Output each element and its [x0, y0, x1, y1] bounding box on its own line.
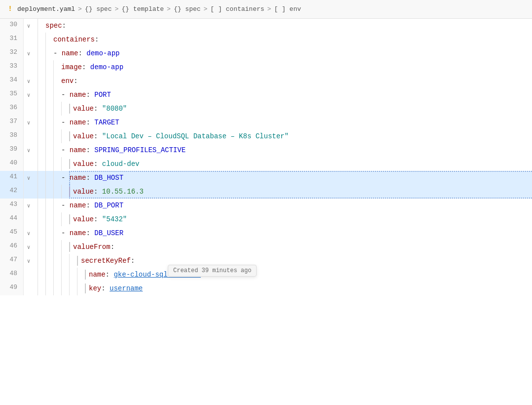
breadcrumb-containers[interactable]: [ ] containers	[210, 5, 264, 13]
code-line-41: 41 ∨ - name: DB_HOST	[0, 171, 532, 185]
fold-36	[24, 102, 34, 116]
fold-32[interactable]: ∨	[24, 46, 34, 60]
line-num-46: 46	[0, 240, 24, 254]
code-line-46: 46 ∨ valueFrom:	[0, 240, 532, 254]
warning-icon: !	[8, 5, 12, 13]
code-area: 30 ∨ spec: 31 containers: 32 ∨ - name: d…	[0, 19, 532, 295]
line-num-33: 33	[0, 60, 24, 74]
code-line-48: 48 name: gke-cloud-sql-secrets	[0, 268, 532, 282]
line-content-39: - name: SPRING_PROFILES_ACTIVE	[34, 143, 532, 157]
code-line-37: 37 ∨ - name: TARGET	[0, 116, 532, 129]
line-content-31: containers:	[34, 33, 532, 46]
line-content-47: secretKeyRef:	[34, 254, 532, 268]
val-dbuser: DB_USER	[94, 228, 123, 238]
fold-37[interactable]: ∨	[24, 116, 34, 129]
code-line-45: 45 ∨ - name: DB_USER	[0, 226, 532, 240]
line-num-40: 40	[0, 157, 24, 171]
code-line-47: 47 ∨ secretKeyRef: Created 39 minutes ag…	[0, 254, 532, 268]
val-dbhost: DB_HOST	[94, 173, 123, 183]
val-8080: "8080"	[102, 104, 127, 114]
line-content-41: - name: DB_HOST	[34, 171, 532, 185]
key-name-37: name	[70, 118, 86, 127]
code-line-44: 44 value: "5432"	[0, 212, 532, 226]
val-spring: SPRING_PROFILES_ACTIVE	[94, 145, 186, 155]
fold-39[interactable]: ∨	[24, 143, 34, 157]
fold-30[interactable]: ∨	[24, 19, 34, 33]
breadcrumb-sep-2: >	[114, 5, 118, 13]
line-content-32: - name: demo-app	[34, 46, 532, 60]
code-line-38: 38 value: "Local Dev – CloudSQL Database…	[0, 129, 532, 143]
fold-42	[24, 185, 34, 199]
line-content-48: name: gke-cloud-sql-secrets	[34, 268, 532, 282]
breadcrumb-filename[interactable]: deployment.yaml	[17, 5, 75, 13]
line-num-36: 36	[0, 102, 24, 116]
fold-43[interactable]: ∨	[24, 199, 34, 212]
line-num-42: 42	[0, 185, 24, 199]
key-name-43: name	[70, 201, 86, 210]
code-line-36: 36 value: "8080"	[0, 102, 532, 116]
key-name-35: name	[70, 90, 86, 100]
line-content-33: image: demo-app	[34, 60, 532, 74]
fold-35[interactable]: ∨	[24, 88, 34, 102]
breadcrumb-template[interactable]: {} template	[121, 5, 164, 13]
breadcrumb-sep-3: >	[167, 5, 171, 13]
val-username[interactable]: username	[110, 284, 143, 293]
fold-48	[24, 268, 34, 282]
val-ipaddr: 10.55.16.3	[102, 187, 144, 197]
fold-31	[24, 33, 34, 46]
key-value-38: value	[73, 131, 94, 141]
code-line-43: 43 ∨ - name: DB_PORT	[0, 199, 532, 212]
val-target: TARGET	[94, 118, 119, 127]
breadcrumb-spec2[interactable]: {} spec	[174, 5, 201, 13]
line-content-36: value: "8080"	[34, 102, 532, 116]
line-content-45: - name: DB_USER	[34, 226, 532, 240]
line-num-41: 41	[0, 171, 24, 185]
line-content-34: env:	[34, 74, 532, 88]
fold-41[interactable]: ∨	[24, 171, 34, 185]
line-num-35: 35	[0, 88, 24, 102]
key-name-41: name	[70, 173, 86, 183]
line-num-49: 49	[0, 282, 24, 295]
fold-40	[24, 157, 34, 171]
tooltip-created: Created 39 minutes ago	[168, 265, 257, 277]
fold-34[interactable]: ∨	[24, 74, 34, 88]
line-num-34: 34	[0, 74, 24, 88]
code-line-33: 33 image: demo-app	[0, 60, 532, 74]
fold-45[interactable]: ∨	[24, 226, 34, 240]
fold-33	[24, 60, 34, 74]
fold-47[interactable]: ∨	[24, 254, 34, 268]
key-spec: spec	[45, 21, 62, 31]
line-content-42: value: 10.55.16.3	[34, 185, 532, 199]
key-name-48: name	[89, 270, 106, 280]
line-content-44: value: "5432"	[34, 212, 532, 226]
fold-46[interactable]: ∨	[24, 240, 34, 254]
val-5432: "5432"	[102, 214, 127, 224]
line-num-30: 30	[0, 19, 24, 33]
code-line-32: 32 ∨ - name: demo-app	[0, 46, 532, 60]
line-num-44: 44	[0, 212, 24, 226]
breadcrumb-env[interactable]: [ ] env	[274, 5, 301, 13]
val-image: demo-app	[90, 62, 123, 72]
breadcrumb-spec[interactable]: {} spec	[85, 5, 112, 13]
key-containers: containers	[53, 35, 95, 44]
line-num-39: 39	[0, 143, 24, 157]
line-content-49: key: username	[34, 282, 532, 295]
line-content-37: - name: TARGET	[34, 116, 532, 129]
line-content-46: valueFrom:	[34, 240, 532, 254]
line-num-32: 32	[0, 46, 24, 60]
key-value-44: value	[73, 214, 94, 224]
val-localdev: "Local Dev – CloudSQL Database – K8s Clu…	[102, 131, 289, 141]
key-env: env	[61, 76, 74, 86]
key-key-49: key	[89, 284, 101, 293]
val-demo-app-name: demo-app	[86, 48, 119, 58]
code-line-42: 42 value: 10.55.16.3	[0, 185, 532, 199]
code-line-39: 39 ∨ - name: SPRING_PROFILES_ACTIVE	[0, 143, 532, 157]
line-content-38: value: "Local Dev – CloudSQL Database – …	[34, 129, 532, 143]
line-num-45: 45	[0, 226, 24, 240]
breadcrumb-sep-4: >	[204, 5, 208, 13]
line-num-43: 43	[0, 199, 24, 212]
key-value-40: value	[73, 159, 94, 169]
line-num-47: 47	[0, 254, 24, 268]
key-value-42: value	[73, 187, 94, 197]
val-port: PORT	[94, 90, 111, 100]
